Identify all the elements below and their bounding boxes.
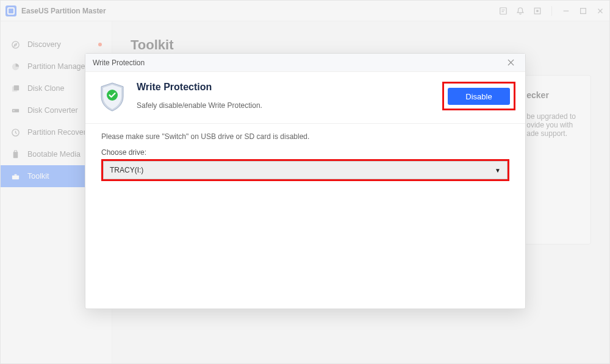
modal-header: Write Protection bbox=[85, 54, 525, 72]
drive-select-highlight: TRACY(I:) ▼ bbox=[101, 159, 509, 181]
shield-icon bbox=[99, 82, 126, 112]
write-protection-modal: Write Protection Write Protection Safely… bbox=[85, 53, 526, 309]
disable-button[interactable]: Disable bbox=[448, 88, 510, 105]
choose-drive-label: Choose drive: bbox=[101, 148, 509, 157]
modal-body: Please make sure "Switch" on USB drive o… bbox=[85, 124, 525, 190]
modal-title: Write Protection bbox=[137, 82, 262, 93]
modal-subtitle: Safely disable/enable Write Protection. bbox=[137, 101, 262, 110]
drive-select-value: TRACY(I:) bbox=[110, 166, 143, 174]
chevron-down-icon: ▼ bbox=[495, 167, 501, 174]
switch-hint-text: Please make sure "Switch" on USB drive o… bbox=[101, 132, 509, 141]
disable-button-highlight: Disable bbox=[442, 82, 515, 110]
modal-top-section: Write Protection Safely disable/enable W… bbox=[85, 72, 525, 124]
drive-select[interactable]: TRACY(I:) ▼ bbox=[103, 161, 508, 179]
modal-close-button[interactable] bbox=[504, 58, 518, 67]
modal-header-title: Write Protection bbox=[93, 59, 145, 67]
